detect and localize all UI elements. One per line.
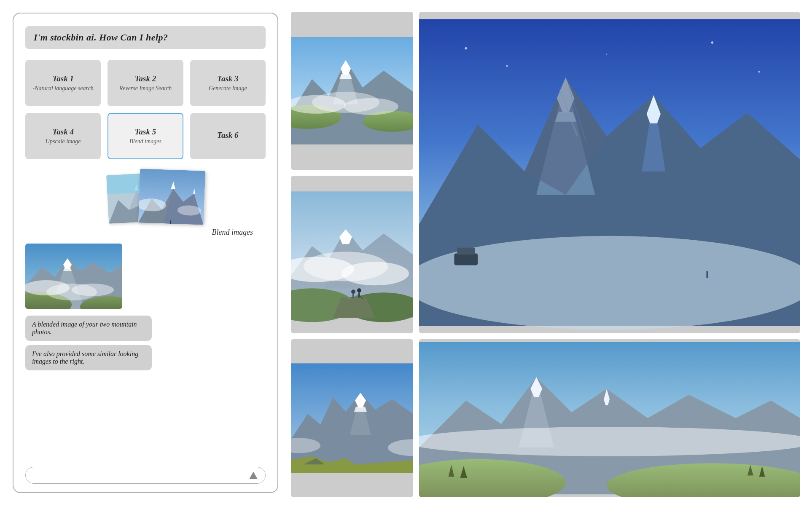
gallery-image-3[interactable] xyxy=(291,176,413,334)
task6-number: Task 6 xyxy=(217,131,239,140)
svg-point-49 xyxy=(606,54,608,55)
task4-number: Task 4 xyxy=(52,127,74,137)
svg-rect-51 xyxy=(457,248,475,255)
chat-input-bar[interactable] xyxy=(25,467,266,484)
svg-point-32 xyxy=(312,92,379,113)
svg-marker-72 xyxy=(354,407,367,412)
blend-img-front xyxy=(138,169,205,225)
chat-input[interactable] xyxy=(33,471,249,479)
gallery-image-2[interactable] xyxy=(419,12,800,333)
svg-rect-12 xyxy=(170,220,171,224)
task2-number: Task 2 xyxy=(135,74,156,83)
gallery-image-6[interactable] xyxy=(419,339,800,497)
svg-marker-27 xyxy=(339,74,352,79)
task1-number: Task 1 xyxy=(52,74,74,83)
tasks-grid: Task 1 -Natural language search Task 2 R… xyxy=(25,60,266,159)
svg-point-83 xyxy=(419,427,800,457)
task-card-6[interactable]: Task 6 xyxy=(190,113,266,159)
greeting-bar: I'm stockbin ai. How Can I help? xyxy=(25,26,266,49)
left-panel: I'm stockbin ai. How Can I help? Task 1 … xyxy=(13,13,278,493)
task3-number: Task 3 xyxy=(217,74,239,83)
svg-line-64 xyxy=(350,297,353,298)
svg-marker-17 xyxy=(63,268,72,271)
gallery-image-5[interactable] xyxy=(291,339,413,497)
task4-desc: Upscale image xyxy=(46,138,81,145)
task1-desc: -Natural language search xyxy=(33,85,94,92)
svg-rect-50 xyxy=(454,254,478,265)
mountain-svg-front xyxy=(138,169,205,225)
right-panel xyxy=(287,0,812,509)
greeting-text: I'm stockbin ai. How Can I help? xyxy=(34,32,168,43)
task-card-5[interactable]: Task 5 Blend images xyxy=(108,113,183,159)
svg-point-65 xyxy=(357,288,361,292)
task3-desc: Generate Image xyxy=(209,85,247,92)
task-card-4[interactable]: Task 4 Upscale image xyxy=(25,113,101,159)
chat-bubble-1: A blended image of your two mountain pho… xyxy=(25,316,152,341)
svg-point-58 xyxy=(304,252,388,281)
task2-desc: Reverse Image Search xyxy=(119,85,172,92)
chat-bubble-2: I've also provided some similar looking … xyxy=(25,345,152,370)
task5-number: Task 5 xyxy=(135,127,156,137)
svg-rect-44 xyxy=(706,271,708,278)
task-card-2[interactable]: Task 2 Reverse Image Search xyxy=(108,60,183,106)
task-card-3[interactable]: Task 3 Generate Image xyxy=(190,60,266,106)
svg-point-47 xyxy=(711,41,714,44)
blend-illustration: Blend images xyxy=(25,168,266,239)
svg-point-22 xyxy=(46,284,97,300)
send-button[interactable] xyxy=(249,471,258,479)
svg-point-62 xyxy=(351,289,355,294)
mountain-preview-svg xyxy=(25,244,122,309)
svg-rect-66 xyxy=(358,292,360,297)
mountain-preview-photo xyxy=(25,244,122,309)
svg-point-43 xyxy=(419,236,800,330)
task-card-1[interactable]: Task 1 -Natural language search xyxy=(25,60,101,106)
chat-messages: A blended image of your two mountain pho… xyxy=(25,316,266,370)
svg-rect-63 xyxy=(352,294,354,298)
svg-point-48 xyxy=(758,71,760,72)
task5-desc: Blend images xyxy=(129,138,161,145)
svg-point-45 xyxy=(465,47,467,50)
blend-label: Blend images xyxy=(212,228,253,237)
svg-point-46 xyxy=(506,65,508,67)
gallery-image-1[interactable] xyxy=(291,12,413,170)
